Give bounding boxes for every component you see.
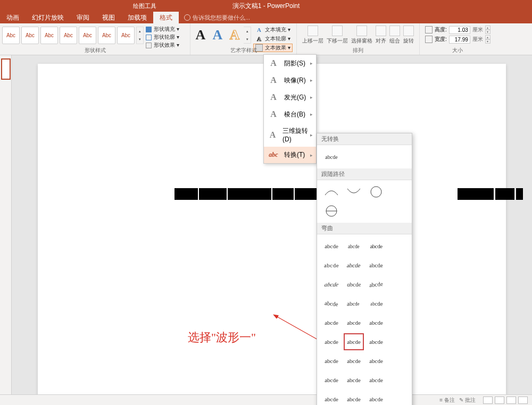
bring-forward-icon — [307, 26, 318, 36]
wordart-thumb[interactable]: A — [193, 27, 209, 44]
transform-warp[interactable]: abcde — [344, 391, 364, 405]
transform-warp[interactable]: abcde — [321, 333, 342, 350]
transform-warp[interactable]: abcde — [366, 276, 386, 293]
comments-button[interactable]: ✎批注 — [459, 396, 476, 404]
ribbon-tabs: 动画 幻灯片放映 审阅 视图 加载项 格式 告诉我您想要做什么... — [0, 12, 532, 23]
transform-icon: abc — [268, 151, 279, 159]
text-shape-segments-right[interactable] — [458, 188, 523, 200]
transform-path-valley[interactable] — [344, 183, 364, 200]
style-thumb[interactable]: Abc — [21, 27, 39, 44]
notes-button[interactable]: ≡备注 — [439, 396, 455, 404]
sorter-view-button[interactable] — [495, 396, 504, 404]
wordart-thumb[interactable]: A — [210, 27, 226, 44]
transform-path-circle[interactable] — [366, 183, 386, 200]
text-outline-button[interactable]: A文本轮廓 ▾ — [253, 35, 293, 43]
transform-warp[interactable]: abcde — [344, 257, 364, 274]
style-thumb[interactable]: Abc — [60, 27, 77, 44]
tab-addins[interactable]: 加载项 — [121, 12, 153, 23]
menu-transform[interactable]: abc转换(T)▸ — [264, 147, 316, 163]
ribbon: Abc Abc Abc Abc Abc Abc Abc ▴▾ 形状填充 ▾ 形状… — [0, 23, 532, 55]
transform-warp[interactable]: abcde — [366, 372, 386, 389]
menu-shadow[interactable]: A阴影(S)▸ — [264, 55, 316, 72]
transform-warp[interactable]: abcde — [321, 314, 342, 331]
status-bar: ≡备注 ✎批注 — [0, 394, 532, 405]
selection-pane-button[interactable]: 选择窗格 — [351, 26, 372, 45]
reading-view-button[interactable] — [506, 396, 516, 404]
menu-glow[interactable]: A发光(G)▸ — [264, 89, 316, 106]
style-thumb[interactable]: Abc — [40, 27, 58, 44]
transform-warp[interactable]: abcde — [366, 257, 386, 274]
group-size: 高度: 1.03 厘米 ▴▾ 宽度: 17.99 厘米 ▴▾ 大小 — [420, 23, 496, 55]
style-thumb[interactable]: Abc — [117, 27, 135, 44]
style-thumb[interactable]: Abc — [79, 27, 96, 44]
rotate-button[interactable]: 旋转 — [403, 26, 414, 45]
transform-warp[interactable]: abcde — [344, 295, 364, 312]
tab-animations[interactable]: 动画 — [0, 12, 26, 23]
transform-warp[interactable]: abcde — [321, 295, 342, 312]
bring-forward-button[interactable]: 上移一层 — [302, 26, 323, 45]
group-label: 艺术字样式 — [190, 47, 296, 54]
width-icon — [425, 36, 433, 43]
tab-format[interactable]: 格式 — [153, 12, 179, 23]
transform-path-button[interactable] — [321, 203, 342, 220]
menu-3d-rotation[interactable]: A三维旋转(D)▸ — [264, 123, 316, 147]
style-gallery-more[interactable]: ▴▾ — [136, 27, 144, 44]
normal-view-button[interactable] — [483, 396, 493, 404]
shape-outline-button[interactable]: 形状轮廓 ▾ — [146, 33, 179, 41]
transform-warp[interactable]: abcde — [366, 391, 386, 405]
transform-warp[interactable]: abcde — [321, 257, 342, 274]
tab-review[interactable]: 审阅 — [70, 12, 96, 23]
menu-bevel[interactable]: A棱台(B)▸ — [264, 106, 316, 123]
transform-warp[interactable]: abcde — [321, 372, 342, 389]
text-shape-segments[interactable] — [174, 188, 332, 200]
wordart-thumb[interactable]: A — [227, 27, 243, 44]
transform-warp[interactable]: abcde — [321, 276, 342, 293]
transform-warp[interactable]: abcde — [344, 352, 364, 369]
transform-warp[interactable]: abcde — [366, 333, 386, 350]
group-button[interactable]: 组合 — [389, 26, 400, 45]
context-tab-label: 绘图工具 — [128, 0, 162, 12]
shape-fill-button[interactable]: 形状填充 ▾ — [146, 26, 179, 33]
notes-icon: ≡ — [439, 397, 443, 403]
shadow-icon: A — [268, 58, 279, 68]
slideshow-view-button[interactable] — [518, 396, 528, 404]
group-wordart-styles: A A A ▴▾ A文本填充 ▾ A文本轮廓 ▾ 文本效果 ▾ 艺术字样式 — [190, 23, 297, 55]
transform-warp[interactable]: abcde — [344, 372, 364, 389]
width-input[interactable]: 17.99 — [449, 36, 470, 44]
text-fill-button[interactable]: A文本填充 ▾ — [253, 26, 293, 34]
height-input[interactable]: 1.03 — [449, 26, 470, 34]
annotation-label: 选择"波形一" — [188, 330, 256, 345]
transform-warp[interactable]: abcde — [366, 314, 386, 331]
tell-me-search[interactable]: 告诉我您想要做什么... — [179, 12, 255, 23]
style-thumb[interactable]: Abc — [98, 27, 115, 44]
chevron-right-icon: ▸ — [310, 95, 313, 100]
transform-warp[interactable]: abcde — [321, 391, 342, 405]
transform-warp[interactable]: abcde — [344, 314, 364, 331]
transform-wave-1[interactable]: abcde — [344, 333, 364, 350]
text-effects-menu: A阴影(S)▸ A映像(R)▸ A发光(G)▸ A棱台(B)▸ A三维旋转(D)… — [263, 54, 317, 164]
slide-thumbnails-pane[interactable] — [0, 55, 12, 405]
transform-warp[interactable]: abcde — [321, 238, 342, 255]
transform-warp[interactable]: abcde — [366, 295, 386, 312]
slide-thumbnail-1[interactable] — [1, 58, 11, 80]
tab-view[interactable]: 视图 — [96, 12, 121, 23]
transform-warp[interactable]: abcde — [366, 352, 386, 369]
transform-warp[interactable]: abcde — [321, 352, 342, 369]
transform-path-arch[interactable] — [321, 183, 342, 200]
align-button[interactable]: 对齐 — [376, 26, 386, 45]
wordart-gallery-more[interactable]: ▴▾ — [244, 27, 251, 44]
tab-slideshow[interactable]: 幻灯片放映 — [26, 12, 70, 23]
chevron-right-icon: ▸ — [310, 61, 313, 66]
transform-none[interactable]: abcde — [321, 148, 342, 165]
style-thumb[interactable]: Abc — [2, 27, 20, 44]
send-backward-button[interactable]: 下移一层 — [327, 26, 348, 45]
svg-point-1 — [371, 187, 381, 197]
transform-warp[interactable]: abcde — [344, 276, 364, 293]
tell-me-placeholder: 告诉我您想要做什么... — [193, 14, 250, 22]
lightbulb-icon — [184, 14, 190, 21]
transform-warp[interactable]: abcde — [366, 238, 386, 255]
menu-reflection[interactable]: A映像(R)▸ — [264, 72, 316, 89]
width-spinner[interactable]: ▴▾ — [485, 35, 491, 44]
transform-warp[interactable]: abcde — [344, 238, 364, 255]
height-spinner[interactable]: ▴▾ — [485, 26, 491, 34]
